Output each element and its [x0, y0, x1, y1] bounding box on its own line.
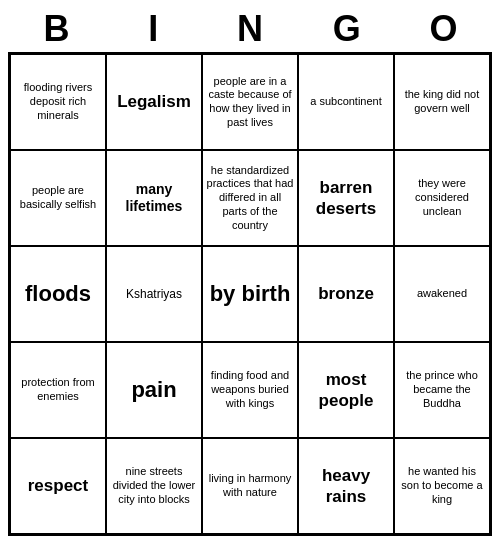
cell-2-2[interactable]: by birth [202, 246, 298, 342]
cell-0-0[interactable]: flooding rivers deposit rich minerals [10, 54, 106, 150]
cell-3-2[interactable]: finding food and weapons buried with kin… [202, 342, 298, 438]
cell-3-3[interactable]: most people [298, 342, 394, 438]
cell-4-2[interactable]: living in harmony with nature [202, 438, 298, 534]
cell-2-1[interactable]: Kshatriyas [106, 246, 202, 342]
cell-3-1[interactable]: pain [106, 342, 202, 438]
cell-2-0[interactable]: floods [10, 246, 106, 342]
bingo-title: B I N G O [8, 8, 492, 50]
cell-2-3[interactable]: bronze [298, 246, 394, 342]
letter-o: O [400, 8, 488, 50]
letter-g: G [303, 8, 391, 50]
letter-b: B [12, 8, 100, 50]
cell-1-1[interactable]: many lifetimes [106, 150, 202, 246]
cell-4-4[interactable]: he wanted his son to become a king [394, 438, 490, 534]
cell-4-3[interactable]: heavy rains [298, 438, 394, 534]
cell-2-4[interactable]: awakened [394, 246, 490, 342]
cell-1-4[interactable]: they were considered unclean [394, 150, 490, 246]
cell-0-4[interactable]: the king did not govern well [394, 54, 490, 150]
cell-0-1[interactable]: Legalism [106, 54, 202, 150]
cell-1-3[interactable]: barren deserts [298, 150, 394, 246]
cell-3-4[interactable]: the prince who became the Buddha [394, 342, 490, 438]
cell-4-0[interactable]: respect [10, 438, 106, 534]
cell-0-2[interactable]: people are in a caste because of how the… [202, 54, 298, 150]
cell-3-0[interactable]: protection from enemies [10, 342, 106, 438]
letter-n: N [206, 8, 294, 50]
cell-1-0[interactable]: people are basically selfish [10, 150, 106, 246]
bingo-grid: flooding rivers deposit rich minerals Le… [8, 52, 492, 536]
cell-0-3[interactable]: a subcontinent [298, 54, 394, 150]
letter-i: I [109, 8, 197, 50]
cell-4-1[interactable]: nine streets divided the lower city into… [106, 438, 202, 534]
cell-1-2[interactable]: he standardized practices that had diffe… [202, 150, 298, 246]
